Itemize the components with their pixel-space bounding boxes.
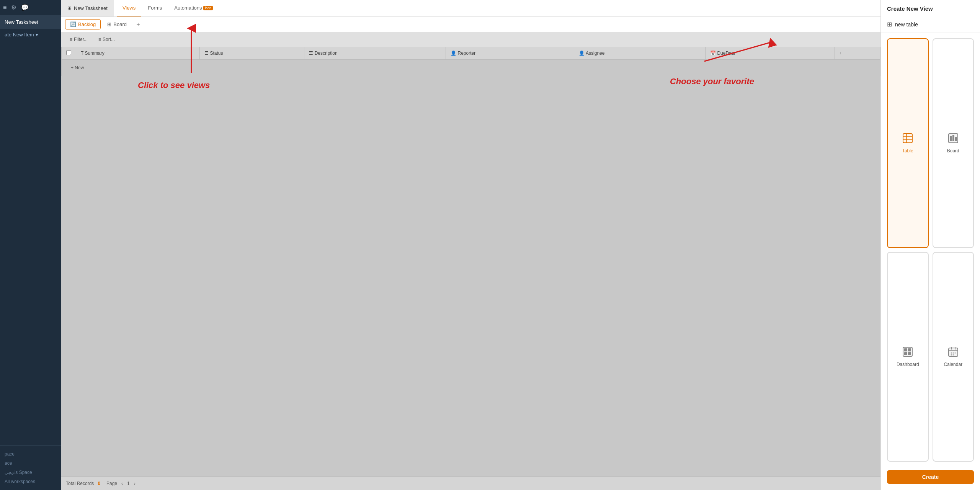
dashboard-type-icon <box>902 346 913 359</box>
board-icon: ⊞ <box>107 21 111 27</box>
calendar-type-label: Calendar <box>944 362 962 367</box>
pagination: Page ‹ 1 › <box>106 480 137 487</box>
board-type-label: Board <box>947 148 959 154</box>
th-add-column[interactable]: + <box>835 47 880 60</box>
svg-rect-13 <box>904 348 907 351</box>
assignee-icon: 👤 <box>579 51 586 56</box>
topbar-nav: Views Forms Automations icon <box>114 0 221 16</box>
tasksheet-grid-icon: ⊞ <box>67 5 72 11</box>
sidebar-tasksheet-label: New Tasksheet <box>0 15 61 29</box>
settings-icon[interactable]: ⚙ <box>11 4 16 11</box>
main-content: ⊞ New Tasksheet Views Forms Automations … <box>61 0 880 490</box>
data-table: T Summary ☰ Status ☰ Description <box>61 47 880 76</box>
view-type-table[interactable]: Table <box>887 38 929 248</box>
th-description: ☰ Description <box>304 47 446 60</box>
table-type-label: Table <box>902 148 913 154</box>
svg-point-23 <box>954 353 956 354</box>
board-type-icon <box>948 133 959 146</box>
th-assignee: 👤 Assignee <box>574 47 706 60</box>
view-type-grid: Table Board <box>881 33 980 467</box>
tab-forms[interactable]: Forms <box>142 0 167 16</box>
th-summary: T Summary <box>76 47 200 60</box>
svg-rect-10 <box>952 135 954 141</box>
th-checkbox[interactable] <box>62 47 76 60</box>
sidebar: ≡ ⚙ 💬 New Tasksheet ate New Item ▾ pace … <box>0 0 61 490</box>
table-input-icon: ⊞ <box>887 21 892 28</box>
panel-input-row: ⊞ <box>881 16 980 33</box>
page-number: 1 <box>127 481 130 486</box>
svg-rect-4 <box>903 134 912 143</box>
table-type-icon <box>902 133 913 146</box>
total-records-label: Total Records 0 <box>66 481 100 486</box>
main-panel: ⊞ New Tasksheet Views Forms Automations … <box>61 0 880 490</box>
table-area: T Summary ☰ Status ☰ Description <box>61 47 880 476</box>
total-records-value: 0 <box>98 481 100 486</box>
create-view-panel: Create New View ⊞ Table <box>880 0 980 490</box>
create-button[interactable]: Create <box>887 470 974 484</box>
th-status: ☰ Status <box>200 47 304 60</box>
desc-icon: ☰ <box>309 51 314 56</box>
automations-badge: icon <box>203 6 213 10</box>
sidebar-workspace-2[interactable]: ace <box>5 459 57 468</box>
svg-point-21 <box>951 353 952 354</box>
sidebar-top: ≡ ⚙ 💬 <box>0 0 61 15</box>
footer: Total Records 0 Page ‹ 1 › <box>61 476 880 490</box>
date-icon: 📅 <box>710 51 717 56</box>
svg-rect-11 <box>955 137 957 141</box>
dashboard-type-label: Dashboard <box>897 362 919 367</box>
filter-button[interactable]: ≡ Filter... <box>66 35 91 44</box>
svg-rect-15 <box>904 352 907 355</box>
topbar: ⊞ New Tasksheet Views Forms Automations … <box>61 0 880 17</box>
svg-rect-16 <box>908 352 911 355</box>
create-new-item-button[interactable]: ate New Item ▾ <box>0 29 61 41</box>
toolbar: ≡ Filter... ≡ Sort... <box>61 32 880 47</box>
svg-rect-9 <box>950 136 952 141</box>
select-all-checkbox[interactable] <box>66 50 71 55</box>
view-type-dashboard[interactable]: Dashboard <box>887 252 929 462</box>
topbar-tasksheet: ⊞ New Tasksheet <box>61 0 114 16</box>
tab-automations[interactable]: Automations icon <box>169 0 218 16</box>
svg-point-25 <box>952 354 954 356</box>
viewsbar-container: 🔄 Backlog ⊞ Board + <box>61 17 880 32</box>
new-row-button[interactable]: + New <box>66 63 875 73</box>
next-page-button[interactable]: › <box>132 480 137 487</box>
svg-point-22 <box>952 353 954 354</box>
sidebar-workspace-3[interactable]: دیجی's Space <box>5 468 57 477</box>
panel-title: Create New View <box>881 0 980 16</box>
filter-icon: ≡ <box>70 37 72 42</box>
viewsbar: 🔄 Backlog ⊞ Board + <box>61 17 880 32</box>
chat-icon[interactable]: 💬 <box>21 4 29 11</box>
th-reporter: 👤 Reporter <box>446 47 574 60</box>
text-icon: T <box>81 51 85 56</box>
sidebar-bottom: pace ace دیجی's Space All workspaces <box>0 445 61 490</box>
th-duedate: 📅 DueDate <box>706 47 835 60</box>
add-view-button[interactable]: + <box>133 20 143 29</box>
sort-icon: ≡ <box>98 37 101 42</box>
table-wrapper: T Summary ☰ Status ☰ Description <box>61 47 880 476</box>
view-type-calendar[interactable]: Calendar <box>933 252 974 462</box>
prev-page-button[interactable]: ‹ <box>119 480 125 487</box>
menu-icon[interactable]: ≡ <box>3 4 7 11</box>
backlog-icon: 🔄 <box>70 21 76 27</box>
view-name-input[interactable] <box>895 21 974 28</box>
sort-button[interactable]: ≡ Sort... <box>95 35 119 44</box>
view-type-board[interactable]: Board <box>933 38 974 248</box>
calendar-type-icon <box>948 346 959 359</box>
tab-views[interactable]: Views <box>117 0 141 16</box>
reporter-icon: 👤 <box>451 51 457 56</box>
svg-point-24 <box>951 354 952 356</box>
view-tab-board[interactable]: ⊞ Board <box>102 19 132 29</box>
sidebar-workspace-1[interactable]: pace <box>5 449 57 459</box>
svg-rect-14 <box>908 348 911 351</box>
sidebar-workspace-4[interactable]: All workspaces <box>5 477 57 486</box>
view-tab-backlog[interactable]: 🔄 Backlog <box>65 19 101 29</box>
status-icon: ☰ <box>204 51 210 56</box>
